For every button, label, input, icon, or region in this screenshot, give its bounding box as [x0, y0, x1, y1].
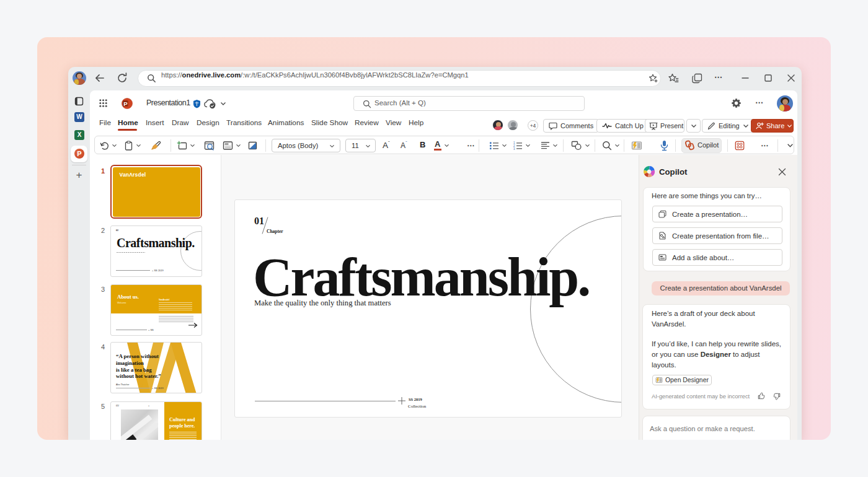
svg-text:3: 3 — [513, 147, 515, 150]
svg-text:P: P — [123, 100, 128, 107]
